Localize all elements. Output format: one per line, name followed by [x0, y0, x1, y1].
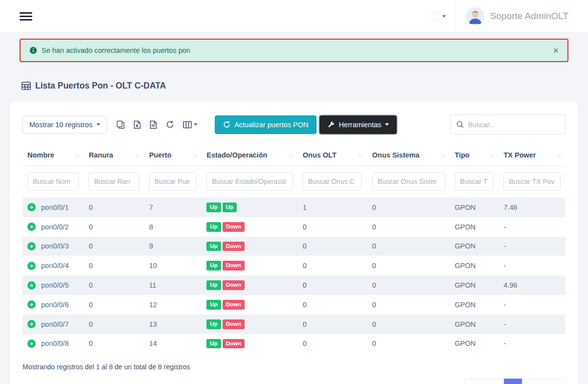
filter-input-tx_power[interactable] — [503, 172, 561, 191]
filter-input-puerto[interactable] — [149, 172, 197, 191]
cell-ranura: 0 — [84, 295, 144, 315]
column-header-onus_olt[interactable]: Onus OLT↑↓ — [298, 147, 367, 166]
export-buttons-group — [112, 117, 202, 133]
cell-onus-olt: 1 — [298, 198, 367, 217]
alert-close-button[interactable]: × — [553, 45, 559, 55]
records-per-page-dropdown[interactable]: Mostrar 10 registros — [23, 116, 107, 134]
filter-input-ranura[interactable] — [89, 172, 139, 191]
status-badge-up: Up — [206, 261, 221, 271]
filter-cell-estado — [202, 166, 297, 198]
tools-dropdown-button[interactable]: Herramientas — [319, 115, 397, 134]
pagination-next-button[interactable]: Siguiente — [522, 379, 565, 384]
pagination-page-1-button[interactable]: 1 — [504, 379, 522, 384]
table-header-row: Nombre↑↓Ranura↑↓Puerto↑↓Estado/Operación… — [23, 147, 565, 166]
cell-onus-olt: 0 — [298, 237, 367, 256]
reload-table-button[interactable] — [161, 117, 179, 132]
cell-nombre: +pon0/0/4 — [23, 256, 84, 275]
cell-estado-operacion: UpDown — [202, 315, 297, 334]
column-header-tx_power[interactable]: TX Power↑↓ — [498, 147, 565, 166]
cell-tx-power: - — [498, 334, 565, 354]
cell-nombre: +pon0/0/2 — [23, 217, 84, 237]
filter-input-onus_sistema[interactable] — [372, 172, 445, 191]
cell-puerto: 12 — [144, 295, 202, 315]
menu-toggle-icon[interactable] — [20, 10, 32, 23]
column-label: Puerto — [149, 151, 172, 159]
cell-puerto: 8 — [144, 217, 202, 237]
cell-onus-olt: 0 — [298, 295, 367, 315]
sort-icon[interactable]: ↑↓ — [192, 152, 197, 158]
excel-export-button[interactable] — [129, 117, 145, 133]
chevron-down-icon — [442, 15, 446, 18]
cell-onus-sistema: 0 — [367, 237, 450, 256]
expand-row-icon[interactable]: + — [27, 300, 36, 309]
search-input[interactable] — [468, 121, 559, 129]
filter-cell-onus_olt — [298, 166, 367, 198]
copy-icon — [116, 120, 125, 129]
user-menu[interactable]: Soporte AdminOLT — [455, 7, 568, 25]
column-header-estado[interactable]: Estado/Operación↑↓ — [202, 147, 297, 166]
expand-row-icon[interactable]: + — [27, 339, 36, 348]
pon-ports-card: Mostrar 10 registros — [10, 102, 578, 384]
column-header-puerto[interactable]: Puerto↑↓ — [144, 147, 202, 166]
language-selector[interactable] — [419, 13, 455, 20]
cell-puerto: 10 — [144, 256, 202, 275]
cell-ranura: 0 — [84, 315, 144, 334]
filter-cell-tx_power — [498, 166, 565, 198]
update-pon-ports-button[interactable]: Actualizar puertos PON — [215, 115, 317, 134]
sort-icon[interactable]: ↑↓ — [135, 152, 139, 158]
expand-row-icon[interactable]: + — [27, 223, 36, 231]
column-label: Ranura — [89, 151, 113, 159]
avatar — [466, 7, 484, 25]
filter-input-onus_olt[interactable] — [303, 172, 362, 191]
pagination-previous-button[interactable]: Anterior — [465, 379, 504, 384]
cell-ranura: 0 — [84, 198, 144, 217]
sort-icon[interactable]: ↑↓ — [556, 152, 561, 158]
status-badge-up: Up — [206, 222, 221, 232]
column-visibility-icon — [183, 121, 192, 129]
filter-cell-puerto — [144, 166, 202, 198]
file-export-button[interactable] — [145, 117, 161, 133]
column-header-tipo[interactable]: Tipo↑↓ — [450, 147, 499, 166]
filter-input-nombre[interactable] — [27, 172, 79, 191]
column-label: TX Power — [503, 151, 536, 159]
cell-onus-sistema: 0 — [367, 217, 450, 237]
sort-icon[interactable]: ↑↓ — [489, 152, 494, 158]
filter-input-tipo[interactable] — [455, 172, 494, 191]
port-name: pon0/0/8 — [41, 339, 68, 347]
filter-input-estado[interactable] — [206, 172, 293, 191]
cell-ranura: 0 — [84, 237, 144, 256]
chevron-down-icon — [385, 123, 389, 126]
cell-onus-sistema: 0 — [367, 275, 450, 295]
column-header-ranura[interactable]: Ranura↑↓ — [84, 147, 144, 166]
column-label: Estado/Operación — [206, 151, 267, 159]
expand-row-icon[interactable]: + — [27, 242, 36, 250]
status-badge-down: Down — [223, 280, 245, 290]
table-row: +pon0/0/107UpUp10GPON7.46 — [23, 198, 565, 217]
expand-row-icon[interactable]: + — [27, 320, 36, 328]
cell-estado-operacion: UpDown — [202, 295, 297, 315]
column-header-onus_sistema[interactable]: Onus Sistema↑↓ — [367, 147, 450, 166]
port-name: pon0/0/6 — [41, 301, 68, 309]
filter-cell-ranura — [84, 166, 144, 198]
column-visibility-button[interactable] — [179, 117, 202, 132]
copy-button[interactable] — [112, 117, 129, 133]
sort-icon[interactable]: ↑↓ — [441, 152, 445, 158]
cell-puerto: 7 — [144, 198, 202, 217]
expand-row-icon[interactable]: + — [27, 262, 36, 270]
column-header-nombre[interactable]: Nombre↑↓ — [23, 147, 84, 166]
update-pon-ports-label: Actualizar puertos PON — [234, 121, 309, 129]
cell-nombre: +pon0/0/8 — [23, 334, 84, 354]
status-badge-up: Up — [206, 319, 221, 329]
sort-icon[interactable]: ↑↓ — [74, 152, 79, 158]
expand-row-icon[interactable]: + — [27, 203, 36, 211]
sort-icon[interactable]: ↑↓ — [289, 152, 293, 158]
cell-estado-operacion: UpDown — [202, 217, 297, 237]
refresh-icon — [223, 121, 230, 128]
sort-icon[interactable]: ↑↓ — [358, 152, 362, 158]
cell-puerto: 14 — [144, 334, 202, 354]
cell-tx-power: - — [498, 295, 565, 315]
table-toolbar: Mostrar 10 registros — [23, 114, 565, 135]
cell-estado-operacion: UpDown — [202, 256, 297, 275]
pagination: Anterior 1 Siguiente — [23, 379, 565, 384]
expand-row-icon[interactable]: + — [27, 281, 36, 290]
